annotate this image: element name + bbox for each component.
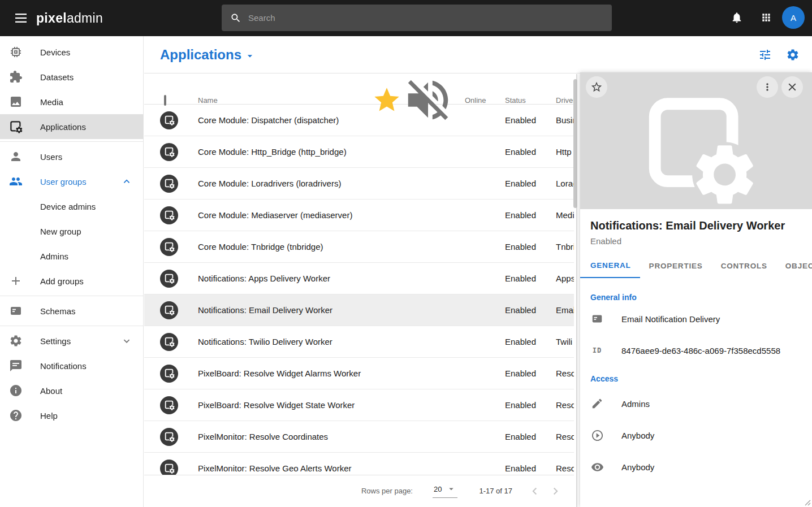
resize-grip[interactable] [802, 497, 811, 506]
access-read-row[interactable]: Anybody [580, 451, 812, 483]
search-input[interactable] [248, 5, 612, 31]
section-general-info: General info [590, 293, 802, 302]
column-header-status[interactable]: Status [495, 96, 546, 105]
sidebar-item-datasets[interactable]: Datasets [0, 64, 143, 89]
tab-controls[interactable]: CONTROLS [712, 253, 776, 278]
table-pagination: Rows per page: 20 1-17 of 17 [144, 475, 574, 506]
page-title-dropdown[interactable]: Applications [160, 47, 256, 63]
chevron-down-icon[interactable] [120, 335, 133, 347]
row-driver: Lorad [546, 179, 574, 188]
id-icon: ID [590, 344, 604, 357]
table-row[interactable]: Core Module: Http_Bridge (http_bridge) E… [144, 136, 574, 168]
access-write-row[interactable]: Admins [580, 388, 812, 419]
apps-grid-icon[interactable] [756, 7, 776, 28]
detail-hero-image [580, 72, 812, 209]
sidebar-item-help[interactable]: Help [0, 403, 143, 428]
access-read-value: Anybody [621, 462, 654, 472]
row-name: PixelMonitor: Resolve Coordinates [198, 432, 372, 441]
sidebar-item-user-groups[interactable]: User groups [0, 169, 143, 194]
sidebar-item-settings[interactable]: Settings [0, 328, 143, 353]
table-row[interactable]: Core Module: Mediaserver (mediaserver) E… [144, 200, 574, 231]
menu-icon[interactable] [7, 5, 34, 32]
sidebar-item-about[interactable]: About [0, 378, 143, 403]
sidebar-item-notifications[interactable]: Notifications [0, 353, 143, 378]
table-row[interactable]: Notifications: Apps Delivery Worker Enab… [144, 263, 574, 294]
schema-card-icon [9, 304, 23, 318]
info-icon [9, 384, 23, 397]
select-all-checkbox[interactable] [164, 95, 166, 106]
column-header-name[interactable]: Name [198, 96, 372, 105]
sidebar-item-new-group[interactable]: New group [0, 219, 143, 244]
table-row[interactable]: Core Module: Tnbridge (tnbridge) Enabled… [144, 231, 574, 263]
sidebar-item-admins[interactable]: Admins [0, 244, 143, 268]
scrollbar-thumb[interactable] [573, 79, 577, 208]
table-row[interactable]: PixelBoard: Resolve Widget Alarms Worker… [144, 358, 574, 389]
divider [0, 326, 143, 326]
row-name: PixelBoard: Resolve Widget Alarms Worker [198, 369, 372, 378]
tab-objects[interactable]: OBJECTS [776, 253, 812, 278]
table-row[interactable]: Core Module: Loradrivers (loradrivers) E… [144, 168, 574, 200]
sidebar-item-label: Help [40, 411, 58, 421]
puzzle-icon [9, 70, 23, 84]
search-icon [230, 12, 241, 24]
mute-volume-off-icon[interactable] [401, 73, 455, 127]
gear-icon [9, 334, 23, 348]
filter-tune-icon[interactable] [758, 48, 772, 62]
sidebar-item-applications[interactable]: Applications [0, 114, 143, 139]
id-row[interactable]: ID 8476aee9-de63-486c-a069-7f358ecd5558 [580, 335, 812, 366]
app-avatar [160, 270, 178, 288]
sidebar-item-media[interactable]: Media [0, 89, 143, 114]
help-icon [9, 409, 23, 422]
row-name: Core Module: Tnbridge (tnbridge) [198, 242, 372, 252]
application-icon [637, 88, 755, 206]
schema-row[interactable]: Email Notification Delivery [580, 303, 812, 335]
table-row[interactable]: Core Module: Dispatcher (dispatcher) Ena… [144, 105, 574, 136]
sidebar-item-schemas[interactable]: Schemas [0, 298, 143, 323]
pagination-range: 1-17 of 17 [479, 487, 512, 495]
row-status: Enabled [495, 305, 546, 315]
table-row[interactable]: Notifications: Email Delivery Worker Ena… [144, 294, 574, 326]
access-execute-value: Anybody [621, 431, 654, 440]
table-body: Core Module: Dispatcher (dispatcher) Ena… [144, 105, 574, 475]
app-avatar [160, 143, 178, 161]
table-settings-gear-icon[interactable] [786, 48, 800, 62]
close-icon[interactable] [781, 76, 803, 98]
chip-icon [9, 45, 23, 59]
rows-per-page-select[interactable]: 20 [433, 484, 457, 498]
tab-general[interactable]: GENERAL [580, 253, 640, 278]
previous-page-icon[interactable] [525, 481, 545, 501]
row-driver: Reso [546, 432, 574, 441]
next-page-icon[interactable] [545, 481, 565, 501]
table-row[interactable]: Notifications: Twilio Delivery Worker En… [144, 326, 574, 358]
tab-properties[interactable]: PROPERTIES [640, 253, 712, 278]
sidebar-item-add-groups[interactable]: Add groups [0, 268, 143, 293]
row-driver: Medi [546, 210, 574, 220]
favorite-star-icon[interactable] [372, 85, 401, 115]
more-options-icon[interactable] [757, 76, 778, 98]
detail-panel: Notifications: Email Delivery Worker Ena… [580, 72, 812, 507]
row-status: Enabled [495, 432, 546, 441]
row-name: Notifications: Email Delivery Worker [198, 305, 372, 315]
detail-title: Notifications: Email Delivery Worker [590, 219, 804, 232]
app-avatar [160, 365, 178, 383]
app-avatar [160, 460, 178, 475]
column-header-online[interactable]: Online [455, 96, 495, 105]
access-write-value: Admins [621, 399, 650, 409]
user-avatar[interactable]: A [782, 6, 805, 29]
section-access: Access [590, 374, 802, 383]
sidebar-item-label: New group [40, 227, 81, 236]
sidebar-item-device-admins[interactable]: Device admins [0, 194, 143, 219]
caret-down-icon [446, 484, 456, 494]
table-row[interactable]: PixelMonitor: Resolve Geo Alerts Worker … [144, 453, 574, 475]
table-row[interactable]: PixelMonitor: Resolve Coordinates Enable… [144, 421, 574, 453]
favorite-star-outline-icon[interactable] [586, 76, 607, 98]
chevron-up-icon[interactable] [120, 175, 133, 188]
person-icon [9, 150, 23, 163]
column-header-driver[interactable]: Driver [546, 96, 576, 105]
notifications-bell-icon[interactable] [727, 7, 747, 28]
access-execute-row[interactable]: Anybody [580, 419, 812, 451]
sidebar-item-devices[interactable]: Devices [0, 40, 143, 64]
table-row[interactable]: PixelBoard: Resolve Widget State Worker … [144, 389, 574, 421]
global-search[interactable] [222, 5, 612, 31]
sidebar-item-users[interactable]: Users [0, 144, 143, 169]
